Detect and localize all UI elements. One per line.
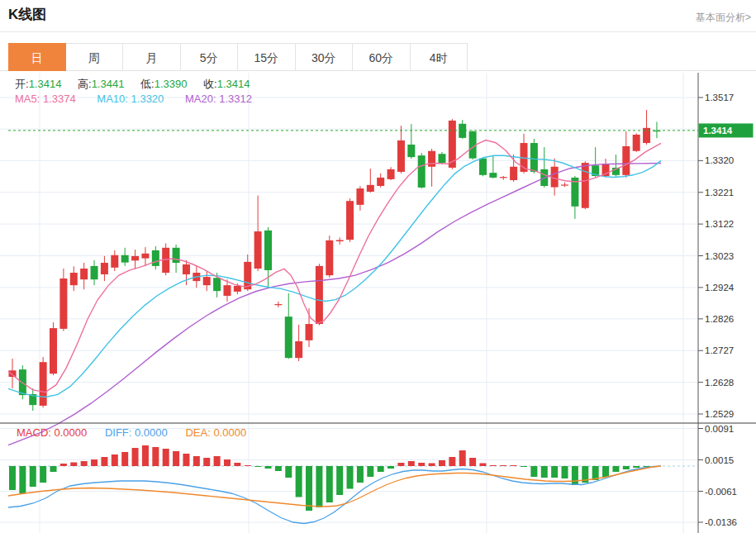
tab-month[interactable]: 月 [123,43,181,71]
axis-label: 1.2924 [705,283,735,293]
axis-label: 1.2628 [705,378,734,388]
axis-label: 1.2826 [705,314,734,324]
axis-label: 1.3122 [705,219,734,229]
tab-15min[interactable]: 15分 [238,43,296,71]
axis-label: 1.2727 [705,345,734,355]
tab-30min[interactable]: 30分 [296,43,354,71]
axis-label: 1.3517 [705,93,734,102]
kline-chart[interactable]: 1.35171.33201.32211.31221.30231.29241.28… [0,73,756,533]
tab-5min[interactable]: 5分 [181,43,239,71]
fundamental-analysis-link[interactable]: 基本面分析> [696,11,751,25]
axis-label: 0.0015 [705,455,734,465]
axis-label: 0.0091 [705,424,734,434]
tab-day[interactable]: 日 [8,43,66,71]
current-price-tag: 1.3414 [703,126,733,136]
axis-label: -0.0136 [705,517,737,527]
kline-page: { "header": {"title": "K线图", "more_link"… [0,0,756,533]
tab-4hour[interactable]: 4时 [411,43,468,71]
page-title: K线图 [8,5,46,24]
tab-week[interactable]: 周 [66,43,124,71]
axis-label: 1.3023 [705,251,734,261]
tab-60min[interactable]: 60分 [353,43,411,71]
axis-label: 1.3320 [705,155,734,165]
title-divider [0,31,756,32]
axis-label: 1.3221 [705,188,734,197]
axis-label: -0.0061 [705,487,737,497]
axis-label: 1.2529 [705,409,734,419]
period-tab-bar: 日 周 月 5分 15分 30分 60分 4时 [0,43,756,71]
